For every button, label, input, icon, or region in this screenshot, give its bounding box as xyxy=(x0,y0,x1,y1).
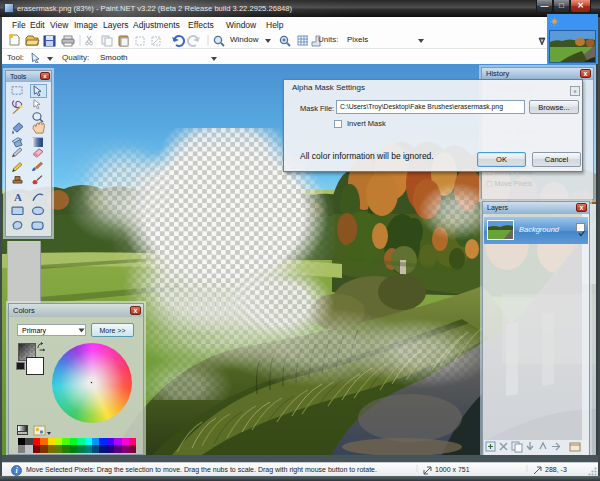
svg-text:A: A xyxy=(14,192,22,203)
